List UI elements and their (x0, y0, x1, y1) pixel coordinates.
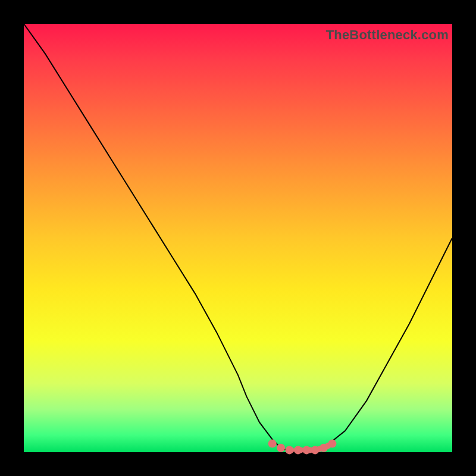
flat-marker (311, 446, 320, 454)
flat-markers-group (268, 440, 337, 455)
flat-marker (268, 440, 277, 448)
flat-marker (328, 440, 336, 448)
flat-marker (285, 446, 293, 454)
flat-marker (320, 444, 328, 452)
flat-marker (302, 446, 311, 454)
flat-marker (294, 446, 302, 454)
flat-marker (277, 444, 285, 452)
chart-svg (24, 24, 452, 452)
curve-path (24, 24, 452, 452)
chart-frame: TheBottleneck.com (0, 0, 476, 476)
plot-area: TheBottleneck.com (24, 24, 452, 452)
